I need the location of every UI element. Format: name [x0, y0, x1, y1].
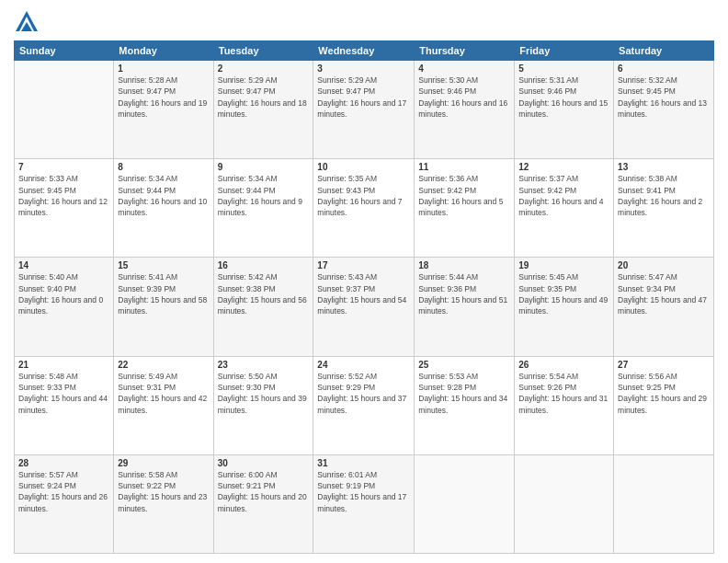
- day-info: Sunrise: 5:41 AMSunset: 9:39 PMDaylight:…: [118, 271, 209, 316]
- day-number: 11: [418, 162, 510, 172]
- calendar-cell: 31Sunrise: 6:01 AMSunset: 9:19 PMDayligh…: [313, 454, 415, 553]
- week-row-1: 1Sunrise: 5:28 AMSunset: 9:47 PMDaylight…: [15, 61, 714, 159]
- calendar-cell: 15Sunrise: 5:41 AMSunset: 9:39 PMDayligh…: [114, 258, 213, 356]
- calendar-cell: 9Sunrise: 5:34 AMSunset: 9:44 PMDaylight…: [213, 159, 313, 258]
- calendar-cell: [614, 454, 714, 553]
- header: [14, 9, 714, 35]
- calendar-cell: 2Sunrise: 5:29 AMSunset: 9:47 PMDaylight…: [213, 61, 313, 159]
- day-info: Sunrise: 5:32 AMSunset: 9:45 PMDaylight:…: [618, 75, 710, 120]
- day-number: 22: [118, 360, 209, 370]
- calendar-table: SundayMondayTuesdayWednesdayThursdayFrid…: [14, 40, 714, 554]
- day-info: Sunrise: 5:28 AMSunset: 9:47 PMDaylight:…: [118, 75, 209, 120]
- header-cell-monday: Monday: [114, 41, 213, 61]
- day-number: 13: [618, 162, 710, 172]
- page: SundayMondayTuesdayWednesdayThursdayFrid…: [0, 0, 728, 563]
- day-number: 28: [18, 458, 109, 468]
- day-number: 5: [518, 63, 609, 74]
- day-info: Sunrise: 5:34 AMSunset: 9:44 PMDaylight:…: [218, 173, 310, 218]
- day-info: Sunrise: 5:35 AMSunset: 9:43 PMDaylight:…: [317, 173, 410, 218]
- day-info: Sunrise: 5:42 AMSunset: 9:38 PMDaylight:…: [218, 271, 310, 316]
- day-number: 21: [18, 360, 109, 370]
- calendar-cell: 8Sunrise: 5:34 AMSunset: 9:44 PMDaylight…: [114, 159, 213, 258]
- calendar-cell: [415, 454, 515, 553]
- calendar-cell: 6Sunrise: 5:32 AMSunset: 9:45 PMDaylight…: [614, 61, 714, 159]
- day-info: Sunrise: 5:50 AMSunset: 9:30 PMDaylight:…: [218, 371, 310, 416]
- header-cell-sunday: Sunday: [15, 41, 114, 61]
- calendar-cell: 22Sunrise: 5:49 AMSunset: 9:31 PMDayligh…: [114, 356, 213, 454]
- day-number: 26: [518, 360, 609, 370]
- day-number: 16: [218, 260, 310, 270]
- day-info: Sunrise: 5:49 AMSunset: 9:31 PMDaylight:…: [118, 371, 209, 416]
- day-number: 7: [18, 162, 109, 172]
- day-info: Sunrise: 5:57 AMSunset: 9:24 PMDaylight:…: [18, 469, 109, 514]
- week-row-4: 21Sunrise: 5:48 AMSunset: 9:33 PMDayligh…: [15, 356, 714, 454]
- calendar-cell: 7Sunrise: 5:33 AMSunset: 9:45 PMDaylight…: [15, 159, 114, 258]
- header-cell-wednesday: Wednesday: [313, 41, 415, 61]
- calendar-cell: 25Sunrise: 5:53 AMSunset: 9:28 PMDayligh…: [415, 356, 515, 454]
- calendar-cell: [515, 454, 614, 553]
- day-info: Sunrise: 5:40 AMSunset: 9:40 PMDaylight:…: [18, 271, 109, 316]
- calendar-cell: 20Sunrise: 5:47 AMSunset: 9:34 PMDayligh…: [614, 258, 714, 356]
- header-cell-saturday: Saturday: [614, 41, 714, 61]
- day-number: 8: [118, 162, 209, 172]
- day-number: 31: [317, 458, 410, 468]
- day-number: 25: [418, 360, 510, 370]
- calendar-cell: 21Sunrise: 5:48 AMSunset: 9:33 PMDayligh…: [15, 356, 114, 454]
- header-cell-thursday: Thursday: [415, 41, 515, 61]
- day-info: Sunrise: 5:34 AMSunset: 9:44 PMDaylight:…: [118, 173, 209, 218]
- calendar-cell: 18Sunrise: 5:44 AMSunset: 9:36 PMDayligh…: [415, 258, 515, 356]
- day-info: Sunrise: 6:01 AMSunset: 9:19 PMDaylight:…: [317, 469, 410, 514]
- day-info: Sunrise: 5:54 AMSunset: 9:26 PMDaylight:…: [518, 371, 609, 416]
- day-number: 4: [418, 63, 510, 74]
- day-number: 12: [518, 162, 609, 172]
- day-info: Sunrise: 5:58 AMSunset: 9:22 PMDaylight:…: [118, 469, 209, 514]
- day-info: Sunrise: 5:48 AMSunset: 9:33 PMDaylight:…: [18, 371, 109, 416]
- calendar-cell: 12Sunrise: 5:37 AMSunset: 9:42 PMDayligh…: [515, 159, 614, 258]
- calendar-cell: 29Sunrise: 5:58 AMSunset: 9:22 PMDayligh…: [114, 454, 213, 553]
- calendar-cell: 17Sunrise: 5:43 AMSunset: 9:37 PMDayligh…: [313, 258, 415, 356]
- calendar-cell: 13Sunrise: 5:38 AMSunset: 9:41 PMDayligh…: [614, 159, 714, 258]
- week-row-2: 7Sunrise: 5:33 AMSunset: 9:45 PMDaylight…: [15, 159, 714, 258]
- day-info: Sunrise: 5:29 AMSunset: 9:47 PMDaylight:…: [218, 75, 310, 120]
- day-info: Sunrise: 5:43 AMSunset: 9:37 PMDaylight:…: [317, 271, 410, 316]
- day-info: Sunrise: 5:52 AMSunset: 9:29 PMDaylight:…: [317, 371, 410, 416]
- day-number: 24: [317, 360, 410, 370]
- day-info: Sunrise: 5:33 AMSunset: 9:45 PMDaylight:…: [18, 173, 109, 218]
- calendar-cell: 3Sunrise: 5:29 AMSunset: 9:47 PMDaylight…: [313, 61, 415, 159]
- calendar-cell: 30Sunrise: 6:00 AMSunset: 9:21 PMDayligh…: [213, 454, 313, 553]
- day-number: 30: [218, 458, 310, 468]
- day-number: 2: [218, 63, 310, 74]
- day-number: 19: [518, 260, 609, 270]
- calendar-cell: 27Sunrise: 5:56 AMSunset: 9:25 PMDayligh…: [614, 356, 714, 454]
- calendar-cell: 10Sunrise: 5:35 AMSunset: 9:43 PMDayligh…: [313, 159, 415, 258]
- day-info: Sunrise: 5:47 AMSunset: 9:34 PMDaylight:…: [618, 271, 710, 316]
- day-info: Sunrise: 5:53 AMSunset: 9:28 PMDaylight:…: [418, 371, 510, 416]
- day-number: 3: [317, 63, 410, 74]
- day-info: Sunrise: 5:44 AMSunset: 9:36 PMDaylight:…: [418, 271, 510, 316]
- calendar-cell: 26Sunrise: 5:54 AMSunset: 9:26 PMDayligh…: [515, 356, 614, 454]
- day-info: Sunrise: 5:37 AMSunset: 9:42 PMDaylight:…: [518, 173, 609, 218]
- day-info: Sunrise: 5:30 AMSunset: 9:46 PMDaylight:…: [418, 75, 510, 120]
- logo: [14, 9, 43, 35]
- calendar-cell: [15, 61, 114, 159]
- header-row: SundayMondayTuesdayWednesdayThursdayFrid…: [15, 41, 714, 61]
- day-number: 29: [118, 458, 209, 468]
- day-number: 15: [118, 260, 209, 270]
- calendar-cell: 28Sunrise: 5:57 AMSunset: 9:24 PMDayligh…: [15, 454, 114, 553]
- header-cell-tuesday: Tuesday: [213, 41, 313, 61]
- day-info: Sunrise: 5:45 AMSunset: 9:35 PMDaylight:…: [518, 271, 609, 316]
- calendar-cell: 23Sunrise: 5:50 AMSunset: 9:30 PMDayligh…: [213, 356, 313, 454]
- day-number: 6: [618, 63, 710, 74]
- day-number: 17: [317, 260, 410, 270]
- calendar-cell: 4Sunrise: 5:30 AMSunset: 9:46 PMDaylight…: [415, 61, 515, 159]
- day-number: 18: [418, 260, 510, 270]
- day-number: 1: [118, 63, 209, 74]
- calendar-cell: 24Sunrise: 5:52 AMSunset: 9:29 PMDayligh…: [313, 356, 415, 454]
- day-number: 23: [218, 360, 310, 370]
- day-info: Sunrise: 5:31 AMSunset: 9:46 PMDaylight:…: [518, 75, 609, 120]
- day-number: 9: [218, 162, 310, 172]
- day-number: 20: [618, 260, 710, 270]
- day-number: 10: [317, 162, 410, 172]
- day-info: Sunrise: 5:36 AMSunset: 9:42 PMDaylight:…: [418, 173, 510, 218]
- day-number: 27: [618, 360, 710, 370]
